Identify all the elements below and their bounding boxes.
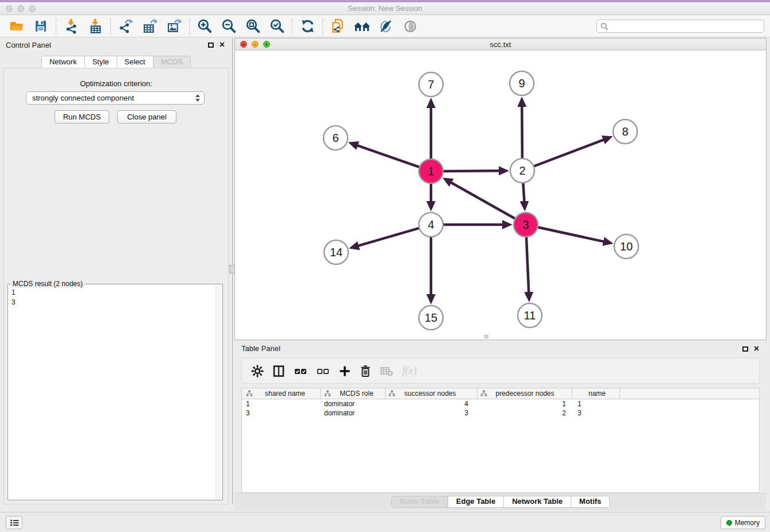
graph-edge[interactable]: [449, 182, 516, 219]
app-title: Session: New Session: [0, 4, 770, 13]
tab-select[interactable]: Select: [117, 56, 153, 68]
tab-motifs[interactable]: Motifs: [571, 496, 609, 507]
tab-node-table[interactable]: Node Table: [392, 496, 448, 507]
graph-edge[interactable]: [526, 236, 529, 294]
refresh-layout-icon: [300, 18, 315, 34]
zoom-in-button[interactable]: [192, 17, 217, 36]
cell-shared-name[interactable]: 3: [242, 409, 321, 417]
column-header-predecessor-nodes[interactable]: predecessor nodes: [478, 388, 572, 399]
float-panel-icon[interactable]: [208, 43, 214, 48]
graph-edge[interactable]: [356, 145, 421, 168]
cell-successor-nodes[interactable]: 4: [386, 400, 478, 408]
criterion-select[interactable]: strongly connected component: [26, 91, 205, 105]
window-resize-grip[interactable]: [484, 335, 488, 338]
export-image-icon: [167, 18, 182, 34]
apply-layout-button[interactable]: [295, 17, 319, 36]
graph-edge[interactable]: [522, 105, 522, 160]
control-panel: Control Panel × Network Style Select MCD…: [0, 38, 232, 504]
export-network-button[interactable]: [114, 17, 138, 36]
column-header-name[interactable]: name: [572, 388, 620, 399]
home-icon: [353, 19, 371, 34]
cell-predecessor-nodes[interactable]: 2: [478, 409, 572, 417]
tab-network-table[interactable]: Network Table: [503, 496, 571, 507]
zoom-out-button[interactable]: [217, 17, 241, 36]
graph-edge[interactable]: [537, 227, 606, 242]
graph-node-label: 10: [620, 240, 633, 253]
close-panel-icon[interactable]: ×: [220, 41, 225, 48]
tab-style[interactable]: Style: [85, 56, 117, 68]
save-session-button[interactable]: [29, 17, 53, 36]
column-header-shared-name[interactable]: shared name: [242, 388, 321, 399]
graph-node-label: 7: [428, 78, 434, 91]
graph-edge[interactable]: [523, 182, 524, 203]
add-row-icon[interactable]: [338, 365, 351, 377]
zoom-selected-button[interactable]: [265, 17, 289, 36]
column-tree-icon: [324, 390, 331, 397]
network-window-titlebar[interactable]: × − + scc.txt: [235, 38, 766, 51]
memory-label: Memory: [735, 519, 760, 527]
cell-mcds-role[interactable]: dominator: [321, 400, 386, 408]
table-panel-title: Table Panel: [241, 344, 280, 353]
show-columns-icon[interactable]: [272, 365, 285, 377]
tab-mcds[interactable]: MCDS: [153, 56, 191, 68]
toolbar-separator: [322, 18, 323, 34]
hide-style-icon: [378, 19, 394, 34]
deselect-all-icon[interactable]: [316, 365, 330, 377]
run-mcds-button[interactable]: Run MCDS: [55, 110, 109, 124]
cell-predecessor-nodes[interactable]: 1: [478, 400, 572, 408]
result-scrollbar[interactable]: [215, 285, 222, 499]
clone-network-button[interactable]: [326, 17, 350, 36]
export-image-button[interactable]: [162, 17, 186, 36]
mcds-tab-content: Optimization criterion: strongly connect…: [3, 68, 229, 504]
cell-shared-name[interactable]: 1: [242, 400, 321, 408]
cell-mcds-role[interactable]: dominator: [321, 409, 386, 417]
settings-gear-icon[interactable]: [251, 365, 264, 377]
save-icon: [33, 19, 48, 34]
cell-successor-nodes[interactable]: 3: [386, 409, 478, 417]
graph-edge[interactable]: [357, 228, 421, 246]
show-graphics-details-button[interactable]: [398, 17, 422, 36]
open-session-button[interactable]: [5, 17, 29, 36]
close-panel-button[interactable]: Close panel: [117, 110, 176, 124]
search-field[interactable]: [596, 20, 764, 33]
column-header-successor-nodes[interactable]: successor nodes: [386, 388, 478, 399]
zoom-selected-icon: [270, 18, 285, 34]
table-row[interactable]: 1 dominator 4 1 1: [242, 399, 759, 408]
task-history-button[interactable]: [6, 516, 22, 529]
graph-edge[interactable]: [533, 139, 606, 167]
mcds-result-box: MCDS result (2 nodes) 1 3: [7, 284, 223, 500]
search-input[interactable]: [611, 22, 760, 30]
cell-name[interactable]: 1: [572, 400, 620, 408]
table-panel-tab-strip: Node Table Edge Table Network Table Moti…: [234, 493, 767, 510]
status-bar: Memory: [0, 512, 770, 532]
tab-edge-table[interactable]: Edge Table: [448, 496, 503, 507]
cell-name[interactable]: 3: [572, 409, 620, 417]
graph-node-label: 15: [425, 311, 437, 324]
zoom-fit-button[interactable]: [241, 17, 265, 36]
graph-node-label: 4: [428, 218, 434, 231]
import-table-button[interactable]: [83, 17, 107, 36]
home-button[interactable]: [350, 17, 374, 36]
function-builder-icon[interactable]: f(x): [402, 365, 417, 377]
close-table-panel-icon[interactable]: ×: [754, 345, 759, 352]
import-network-button[interactable]: [59, 17, 83, 36]
show-hide-style-button[interactable]: [374, 17, 398, 36]
select-all-icon[interactable]: [294, 365, 307, 377]
float-table-panel-icon[interactable]: [742, 346, 748, 352]
graph-node-label: 14: [330, 246, 342, 259]
graph-edge[interactable]: [442, 171, 501, 171]
memory-button[interactable]: Memory: [721, 516, 765, 529]
graph-node-label: 1: [428, 165, 434, 178]
mcds-result-text[interactable]: 1 3: [11, 288, 16, 307]
delete-table-icon[interactable]: [380, 365, 394, 377]
export-table-button[interactable]: [138, 17, 162, 36]
table-toolbar: f(x): [241, 358, 760, 384]
memory-status-icon: [726, 520, 732, 526]
tab-network[interactable]: Network: [41, 56, 85, 68]
delete-row-icon[interactable]: [360, 365, 371, 377]
toolbar-separator: [189, 18, 190, 34]
network-canvas[interactable]: 7968124314101511: [235, 51, 766, 340]
network-graph[interactable]: 7968124314101511: [235, 51, 766, 340]
column-header-mcds-role[interactable]: MCDS role: [321, 388, 386, 399]
table-row[interactable]: 3 dominator 3 2 3: [242, 408, 759, 418]
